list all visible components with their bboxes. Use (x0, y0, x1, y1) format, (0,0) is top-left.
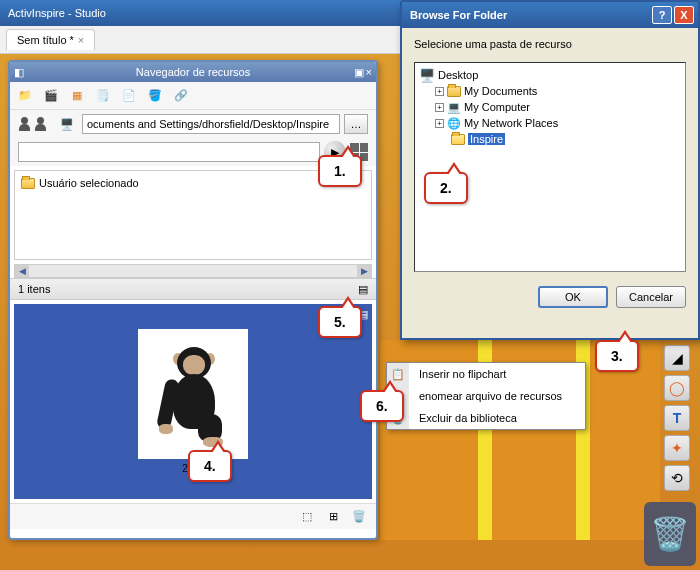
computer-icon: 💻 (447, 101, 461, 114)
items-header: 1 itens ▤ (10, 278, 376, 300)
callout-3: 3. (595, 340, 639, 372)
right-toolbar: ◢ ◯ T ✦ ⟲ (664, 345, 694, 491)
tree-item-label: Usuário selecionado (39, 177, 139, 189)
callout-1: 1. (318, 155, 362, 187)
panel-menu-icon[interactable]: ◧ (14, 66, 24, 79)
computer-icon[interactable]: 🖥️ (56, 113, 78, 135)
dialog-instruction: Selecione uma pasta de recurso (414, 38, 686, 50)
connector-tool-icon[interactable]: ⟲ (664, 465, 690, 491)
expand-icon[interactable]: + (435, 87, 444, 96)
folder-icon (21, 178, 35, 189)
network-icon: 🌐 (447, 117, 461, 130)
toolbar-link-icon[interactable]: 🔗 (170, 85, 192, 107)
context-menu: 📋 Inserir no flipchart enomear arquivo d… (386, 362, 586, 430)
tree-label: My Computer (464, 101, 530, 113)
ok-button[interactable]: OK (538, 286, 608, 308)
tree-node-documents[interactable]: + My Documents (435, 83, 681, 99)
tree-node-computer[interactable]: + 💻 My Computer (435, 99, 681, 115)
folder-open-icon (451, 134, 465, 145)
callout-6: 6. (360, 390, 404, 422)
text-tool-icon[interactable]: T (664, 405, 690, 431)
callout-5: 5. (318, 306, 362, 338)
folder-icon (447, 86, 461, 97)
tree-label: Desktop (438, 69, 478, 81)
trash-dock[interactable]: 🗑️ (644, 502, 696, 566)
panel-title: Navegador de recursos (136, 66, 250, 78)
items-menu-icon[interactable]: ▤ (358, 283, 368, 296)
path-input[interactable] (82, 114, 340, 134)
eraser-tool-icon[interactable]: ◢ (664, 345, 690, 371)
panel-toolbar: 📁 🎬 ▦ 🗒️ 📄 🪣 🔗 (10, 82, 376, 110)
tree-node-inspire[interactable]: Inspire (451, 131, 681, 147)
toolbar-page-icon[interactable]: 📄 (118, 85, 140, 107)
search-input[interactable] (18, 142, 320, 162)
panel-titlebar: ◧ Navegador de recursos ▣ × (10, 62, 376, 82)
user-icons[interactable] (18, 117, 48, 131)
tree-item-user[interactable]: Usuário selecionado (19, 175, 367, 191)
path-row: 🖥️ … (10, 110, 376, 138)
dialog-help-button[interactable]: ? (652, 6, 672, 24)
tree-label: My Network Places (464, 117, 558, 129)
dialog-title: Browse For Folder (410, 9, 507, 21)
people-icon (34, 117, 48, 131)
tree-label: My Documents (464, 85, 537, 97)
thumbnail-item[interactable] (138, 329, 248, 459)
browse-folder-dialog: Browse For Folder ? X Selecione uma past… (400, 0, 700, 340)
person-icon (18, 117, 32, 131)
panel-close-icon[interactable]: × (366, 66, 372, 79)
toolbar-folder-icon[interactable]: 📁 (14, 85, 36, 107)
footer-trash-icon[interactable]: 🗑️ (348, 506, 370, 528)
menu-item-label: Excluir da biblioteca (419, 412, 517, 424)
toolbar-template-icon[interactable]: ▦ (66, 85, 88, 107)
cancel-button[interactable]: Cancelar (616, 286, 686, 308)
scroll-left-icon[interactable]: ◀ (15, 265, 29, 277)
panel-pin-icon[interactable]: ▣ (354, 66, 364, 79)
items-count-label: 1 itens (18, 283, 50, 295)
menu-item-label: Inserir no flipchart (419, 368, 506, 380)
dialog-close-button[interactable]: X (674, 6, 694, 24)
expand-icon[interactable]: + (435, 103, 444, 112)
chimp-image (153, 339, 233, 449)
tree-node-desktop[interactable]: 🖥️ Desktop (419, 67, 681, 83)
menu-delete-library[interactable]: 🗑️ Excluir da biblioteca (387, 407, 585, 429)
toolbar-clapper-icon[interactable]: 🎬 (40, 85, 62, 107)
footer-tool-1-icon[interactable]: ⬚ (296, 506, 318, 528)
main-title: ActivInspire - Studio (8, 7, 106, 19)
scroll-right-icon[interactable]: ▶ (357, 265, 371, 277)
document-tab-label: Sem título * (17, 34, 74, 46)
close-icon[interactable]: × (78, 34, 84, 46)
expand-icon[interactable]: + (435, 119, 444, 128)
horizontal-scrollbar[interactable]: ◀ ▶ (14, 264, 372, 278)
footer-tool-2-icon[interactable]: ⊞ (322, 506, 344, 528)
insert-icon: 📋 (391, 368, 405, 381)
desktop-icon: 🖥️ (419, 68, 435, 83)
trash-bin-icon: 🗑️ (650, 515, 690, 553)
menu-insert-flipchart[interactable]: 📋 Inserir no flipchart (387, 363, 585, 385)
callout-4: 4. (188, 450, 232, 482)
dialog-buttons: OK Cancelar (414, 286, 686, 308)
toolbar-note-icon[interactable]: 🗒️ (92, 85, 114, 107)
menu-rename-resource[interactable]: enomear arquivo de recursos (387, 385, 585, 407)
star-tool-icon[interactable]: ✦ (664, 435, 690, 461)
tree-node-network[interactable]: + 🌐 My Network Places (435, 115, 681, 131)
document-tab[interactable]: Sem título * × (6, 29, 95, 50)
panel-footer: ⬚ ⊞ 🗑️ (10, 503, 376, 529)
callout-2: 2. (424, 172, 468, 204)
shape-tool-icon[interactable]: ◯ (664, 375, 690, 401)
menu-item-label: enomear arquivo de recursos (419, 390, 562, 402)
toolbar-paint-icon[interactable]: 🪣 (144, 85, 166, 107)
browse-folder-button[interactable]: … (344, 114, 368, 134)
tree-label-selected: Inspire (468, 133, 505, 145)
dialog-titlebar: Browse For Folder ? X (402, 2, 698, 28)
